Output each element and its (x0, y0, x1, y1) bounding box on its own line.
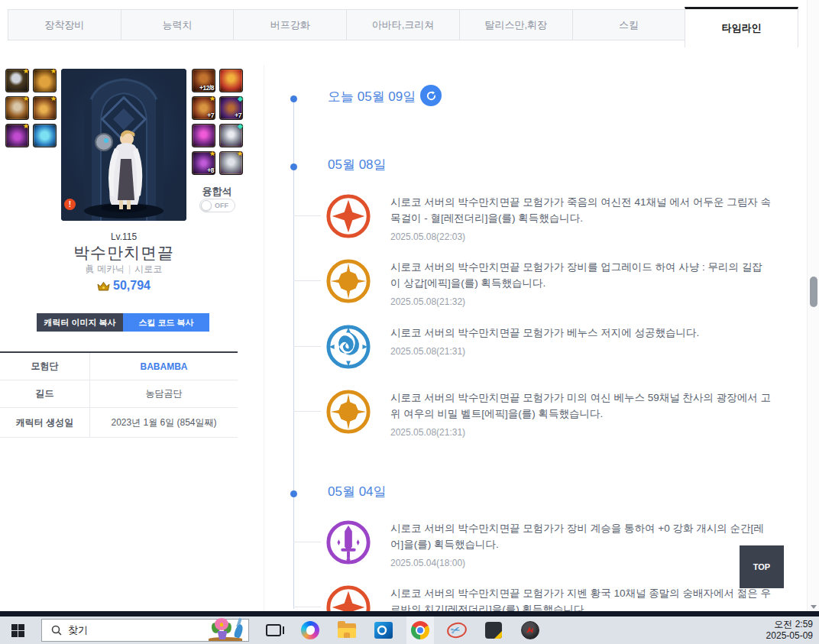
notes-app-icon (485, 622, 502, 639)
achievement-star-icon (325, 193, 372, 240)
equip-slot[interactable]: ★ (33, 69, 57, 92)
character-name: 박수만치면끝 (0, 242, 248, 264)
scrollbar-thumb[interactable] (810, 277, 817, 307)
equipment-sword-icon (325, 519, 372, 566)
character-job-server: 眞 메카닉|시로코 (0, 263, 248, 276)
adventure-group-link[interactable]: BABAMBA (90, 361, 238, 372)
taskbar-search-input[interactable]: 찾기 (41, 619, 249, 642)
timeline-line (293, 99, 294, 609)
table-row: 길드 농담곰단 (0, 380, 238, 408)
scroll-to-top-button[interactable]: TOP (740, 545, 784, 588)
search-highlight-image[interactable] (204, 615, 247, 641)
server-label: 시로코 (134, 264, 162, 274)
windows-taskbar: 찾기 ✂ (0, 616, 819, 644)
entry-date: 2025.05.04(18:00) (390, 558, 772, 568)
tab-skill[interactable]: 스킬 (573, 10, 686, 40)
entry-text: 시로코 서버의 박수만치면끝 모험가가 죽음의 여신전 41채널 에서 어두운 … (390, 195, 772, 227)
gem-icon: ◆ (238, 123, 243, 130)
refresh-button[interactable] (420, 85, 442, 106)
timeline-entry: 시로코 서버의 박수만치면끝 모험가가 베누스 저지에 성공했습니다. 2025… (325, 323, 772, 371)
table-row: 캐릭터 생성일 2023년 1월 6일 (854일째) (0, 408, 238, 438)
search-icon (51, 625, 62, 636)
equip-slot[interactable]: ★ (219, 151, 243, 175)
chrome-button[interactable] (406, 616, 434, 644)
timeline-entry: 시로코 서버의 박수만치면끝 모험가가 미의 여신 베누스 59채널 찬사의 광… (325, 388, 772, 438)
timeline-section-title: 05월 08일 (328, 156, 387, 173)
table-row: 모험단 BABAMBA (0, 353, 238, 380)
rarity-star-icon: ★ (50, 95, 57, 102)
equip-slot[interactable]: ★+7 (192, 96, 215, 120)
entry-date: 2025.05.08(21:31) (390, 346, 772, 357)
achievement-star-icon (325, 584, 372, 611)
snipping-tool-button[interactable]: ✂ (443, 616, 471, 644)
task-view-button[interactable] (260, 616, 287, 644)
equipment-grid-right: +12/8 ★+7 ◆+7 ◆ ★+8 ★ (192, 69, 243, 175)
dfo-game-button[interactable] (516, 616, 544, 644)
file-explorer-button[interactable] (333, 616, 361, 644)
taskbar-clock[interactable]: 오전 2:59 2025-05-09 (766, 619, 813, 642)
window-bottom-edge (0, 611, 819, 616)
notes-app-button[interactable] (480, 616, 507, 644)
tab-stats[interactable]: 능력치 (121, 10, 235, 40)
copy-character-image-button[interactable]: 캐릭터 이미지 복사 (37, 313, 123, 332)
task-view-icon (266, 624, 281, 636)
rarity-star-icon: ★ (23, 68, 29, 75)
achievement-burst-icon (325, 388, 372, 435)
page-scrollbar[interactable] (807, 0, 819, 611)
timeline-dot (290, 95, 297, 102)
gem-icon: ◆ (238, 95, 243, 102)
chrome-icon (411, 621, 429, 639)
rarity-star-icon: ★ (50, 68, 57, 75)
equip-slot[interactable]: ★ (5, 124, 29, 147)
entry-connector (293, 411, 321, 412)
enhance-badge: +8 (207, 167, 214, 174)
equip-slot[interactable]: ★ (5, 96, 29, 120)
copilot-button[interactable] (296, 616, 324, 644)
entry-text: 시로코 서버의 박수만치면끝 모험가가 장비를 업그레이드 하여 사냥 : 무리… (390, 260, 772, 292)
timeline-section-title: 05월 04일 (328, 483, 387, 500)
start-button[interactable] (0, 616, 28, 644)
timeline-entry: 시로코 서버의 박수만치면끝 모험가가 지벤 황국 10채널 종말의 숭배자에서… (325, 584, 772, 611)
alert-badge-icon[interactable]: ! (64, 199, 76, 210)
timeline-section-title: 오늘 05월 09일 (328, 88, 416, 105)
row-label: 길드 (0, 380, 90, 407)
tab-buff[interactable]: 버프강화 (234, 10, 347, 40)
character-info-table: 모험단 BABAMBA 길드 농담곰단 캐릭터 생성일 2023년 1월 6일 … (0, 351, 238, 438)
search-placeholder: 찾기 (68, 623, 88, 637)
equip-slot[interactable]: ★ (33, 96, 57, 120)
page: 장착장비 능력치 버프강화 아바타,크리쳐 탈리스만,휘장 스킬 타임라인 ★ … (0, 0, 819, 644)
timeline-dot (290, 490, 297, 497)
tab-avatar-creature[interactable]: 아바타,크리쳐 (347, 10, 460, 40)
tab-timeline[interactable]: 타임라인 (685, 7, 798, 47)
fame-score: 50,794 (0, 279, 248, 293)
equip-slot[interactable]: ★ (5, 69, 29, 92)
equip-slot[interactable] (192, 124, 215, 147)
fusion-toggle[interactable]: OFF (199, 199, 235, 212)
copy-skill-code-button[interactable]: 스킬 코드 복사 (123, 313, 209, 332)
equip-slot[interactable] (219, 69, 243, 92)
equip-slot[interactable]: ★+8 (192, 151, 215, 175)
tab-equipment[interactable]: 장착장비 (8, 10, 121, 40)
equip-slot[interactable]: ◆ (219, 124, 243, 147)
outlook-button[interactable] (370, 616, 397, 644)
toggle-state-label: OFF (215, 202, 228, 209)
entry-text: 시로코 서버의 박수만치면끝 모험가가 장비 계승을 통하여 +0 강화 개시의… (390, 521, 772, 553)
rarity-star-icon: ★ (209, 150, 215, 157)
character-portrait (61, 69, 186, 221)
timeline-entry: 시로코 서버의 박수만치면끝 모험가가 죽음의 여신전 41채널 에서 어두운 … (325, 193, 772, 242)
equip-slot[interactable] (33, 124, 57, 147)
entry-connector (293, 280, 321, 281)
rarity-star-icon: ★ (237, 150, 243, 157)
divider: | (128, 264, 131, 274)
equip-slot[interactable]: +12/8 (192, 69, 215, 92)
scrollbar-down-arrow-icon[interactable] (811, 605, 817, 609)
refresh-icon (426, 90, 437, 102)
enhance-badge: +12/8 (199, 84, 214, 92)
equip-slot[interactable]: ◆+7 (219, 96, 243, 120)
windows-logo-icon (11, 624, 24, 637)
tab-talisman[interactable]: 탈리스만,휘장 (460, 10, 573, 40)
equipment-grid-left: ★ ★ ★ ★ ★ (5, 69, 57, 147)
rarity-star-icon: ★ (209, 95, 215, 102)
fame-value: 50,794 (113, 279, 151, 292)
timeline-panel: 오늘 05월 09일 05월 08일 시로코 서버의 박수만치면끝 모험가가 죽… (264, 65, 807, 611)
